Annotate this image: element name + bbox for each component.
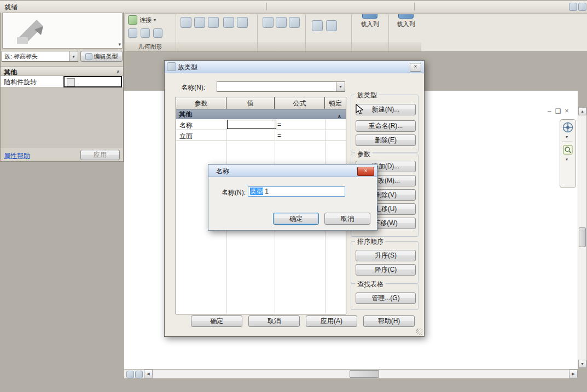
manage-lookup-button[interactable]: 管理...(G) — [356, 292, 416, 304]
edit-type-button[interactable]: 编辑类型 — [80, 51, 123, 62]
name-cancel-button[interactable]: 取消 — [324, 213, 370, 225]
mouse-cursor — [356, 104, 363, 115]
scroll-up-button[interactable]: ▲ — [578, 107, 586, 115]
table-row-name[interactable]: 名称 = — [176, 119, 346, 130]
new-type-button[interactable]: 新建(N)... — [356, 104, 416, 115]
zoom-dropdown-icon[interactable]: ▾ — [566, 157, 568, 162]
family-selector-value: 族: 标高标头 — [4, 52, 38, 61]
status-text: 就绪 — [4, 3, 18, 12]
properties-panel: 属性 × ▾ 族: 标高标头 ▾ 编辑类型 其他 ∧ 随构件旋转 — [0, 0, 124, 162]
unpin-icon[interactable] — [263, 17, 274, 28]
family-types-title: 族类型 — [178, 63, 197, 72]
vertical-scroll-thumb[interactable] — [579, 227, 586, 247]
preview-dropdown-icon[interactable]: ▾ — [118, 42, 121, 47]
type-name-input[interactable]: 类型 1 — [248, 186, 345, 197]
select-toggle-icon[interactable] — [578, 3, 586, 11]
parameter-row-rotate: 随构件旋转 — [1, 76, 123, 87]
column-header-lock[interactable]: 锁定 — [325, 97, 346, 109]
statusbar-separator — [414, 3, 415, 10]
load-into-project-label: 载入到 — [361, 20, 379, 28]
scroll-down-button[interactable]: ▼ — [578, 360, 586, 368]
beam-icon[interactable] — [141, 28, 150, 38]
family-types-group: 族类型 新建(N)... 重命名(R)... 删除(E) — [351, 95, 419, 153]
trim-icon[interactable] — [237, 17, 248, 28]
scroll-left-button[interactable]: ◀ — [144, 370, 153, 378]
join-dropdown-icon: ▾ — [154, 17, 156, 22]
view-control-icon-1[interactable] — [126, 371, 134, 378]
dialog-cancel-button[interactable]: 取消 — [248, 315, 300, 327]
group-icon[interactable] — [289, 17, 300, 28]
type-preview-image[interactable]: ▾ — [2, 13, 123, 49]
param-value-input[interactable] — [227, 120, 276, 129]
apply-button[interactable]: 应用 — [80, 150, 120, 160]
name-field-label: 名称(N): — [222, 188, 246, 197]
name-dialog-titlebar[interactable]: 名称 × — [208, 165, 377, 177]
scale-icon[interactable] — [223, 17, 234, 28]
name-dialog: 名称 × 名称(N): 类型 1 确定 取消 — [208, 164, 377, 231]
column-header-value[interactable]: 值 — [226, 97, 275, 109]
family-types-close-button[interactable]: × — [410, 63, 421, 72]
horizontal-scroll-thumb[interactable] — [350, 370, 379, 378]
properties-footer: 属性帮助 应用 — [1, 148, 123, 162]
parameter-value-cell[interactable] — [63, 76, 122, 87]
sort-ascending-button[interactable]: 升序(S) — [356, 250, 416, 261]
angular-dimension-icon[interactable] — [326, 20, 337, 31]
table-row-elevation[interactable]: 立面 = — [176, 130, 346, 141]
view-restore-icon[interactable]: ❑ — [555, 107, 561, 115]
scroll-right-button[interactable]: ▶ — [569, 370, 578, 378]
name-combo-label: 名称(N): — [181, 83, 205, 92]
lookup-tables-group: 查找表格 管理...(G) — [351, 284, 419, 310]
revit-application-window: R ▼ Autodesk Revit 2016 - 上标高标头.rfa - 图纸… — [0, 0, 587, 392]
column-header-parameter[interactable]: 参数 — [176, 97, 226, 109]
status-bar: 就绪 — [0, 0, 587, 13]
dialog-help-button[interactable]: 帮助(H) — [363, 315, 415, 327]
properties-section-other[interactable]: 其他 ∧ — [1, 66, 123, 76]
horizontal-scrollbar[interactable]: ◀ ▶ — [124, 369, 578, 378]
properties-help-link[interactable]: 属性帮助 — [4, 151, 30, 161]
column-header-formula[interactable]: 公式 — [275, 97, 325, 109]
parameter-name: 随构件旋转 — [4, 78, 37, 87]
family-selector-combobox[interactable]: 族: 标高标头 ▾ — [2, 51, 78, 62]
view-minimize-icon[interactable]: – — [548, 107, 551, 115]
statusbar-separator — [266, 3, 267, 10]
join-geometry-button[interactable]: 连接 ▾ — [128, 15, 156, 25]
delete-icon[interactable] — [276, 17, 287, 28]
family-selector-dropdown-icon[interactable]: ▾ — [69, 51, 78, 61]
delete-type-button[interactable]: 删除(E) — [356, 134, 416, 146]
dialog-ok-button[interactable]: 确定 — [191, 315, 242, 327]
filter-icon[interactable] — [569, 3, 577, 11]
name-dialog-close-button[interactable]: × — [357, 167, 374, 176]
sort-descending-button[interactable]: 降序(C) — [356, 264, 416, 276]
steering-wheel-icon[interactable] — [562, 122, 573, 133]
name-dialog-title: 名称 — [216, 167, 229, 176]
aligned-dimension-icon[interactable] — [312, 20, 323, 31]
properties-empty-area — [1, 87, 123, 148]
type-name-dropdown-icon[interactable]: ▾ — [336, 82, 345, 91]
view-window-controls: – ❑ × — [548, 107, 568, 115]
section-collapse-icon[interactable]: ∧ — [116, 69, 120, 74]
type-name-combobox[interactable]: ▾ — [217, 81, 345, 92]
demolish-icon[interactable] — [153, 28, 162, 38]
name-ok-button[interactable]: 确定 — [273, 213, 319, 225]
copy-tool-icon[interactable] — [194, 17, 205, 28]
panel-label-geometry[interactable]: 几何图形 — [125, 42, 176, 51]
edit-type-icon — [85, 53, 92, 60]
geometry-extra-tools — [128, 28, 162, 38]
dialog-apply-button[interactable]: 应用(A) — [306, 315, 357, 327]
family-types-titlebar[interactable]: 族类型 × — [165, 61, 424, 73]
selected-text: 类型 — [250, 188, 263, 195]
resize-grip[interactable] — [416, 329, 422, 335]
vertical-scrollbar[interactable]: ▲ ▼ — [578, 107, 586, 368]
rename-type-button[interactable]: 重命名(R)... — [356, 120, 416, 132]
table-group-row-other[interactable]: 其他 ∧ — [176, 109, 346, 119]
rotate-with-component-checkbox[interactable] — [67, 78, 75, 86]
join-geometry-icon — [128, 15, 137, 25]
view-control-icon-2[interactable] — [135, 371, 143, 378]
wheel-dropdown-icon[interactable]: ▾ — [566, 134, 568, 139]
array-icon[interactable] — [208, 17, 219, 28]
wall-opening-icon[interactable] — [128, 28, 137, 38]
zoom-magnifier-icon[interactable] — [563, 145, 573, 155]
view-close-icon[interactable]: × — [565, 107, 568, 115]
unselected-text: 1 — [263, 188, 269, 195]
move-icon[interactable] — [181, 17, 191, 28]
